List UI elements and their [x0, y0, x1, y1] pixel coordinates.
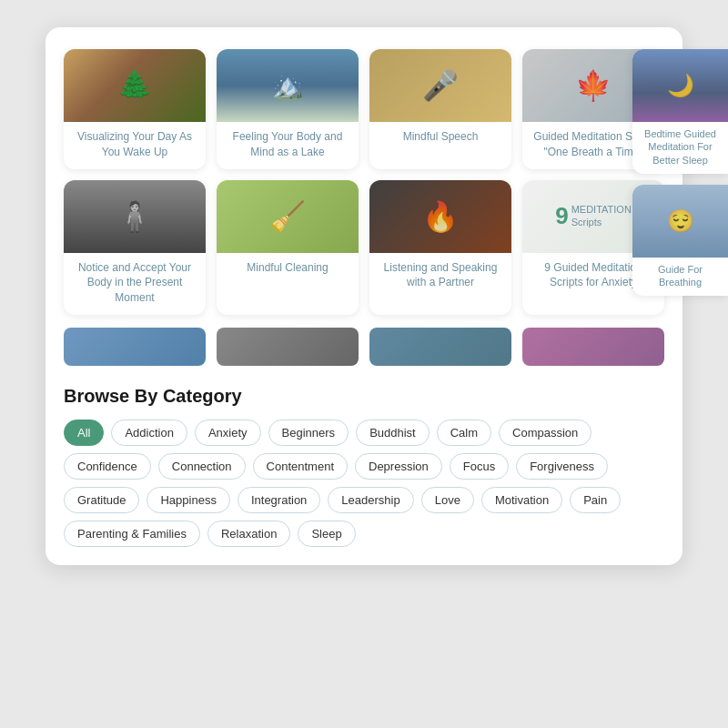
- category-tag-anxiety[interactable]: Anxiety: [195, 420, 261, 446]
- category-tag-forgiveness[interactable]: Forgiveness: [516, 453, 608, 480]
- card-thumb-mindful-cleaning: 🧹: [217, 180, 359, 253]
- category-tag-addiction[interactable]: Addiction: [111, 420, 187, 446]
- cards-row-3-partial: [64, 328, 664, 366]
- card-visualizing[interactable]: 🌲 Visualizing Your Day As You Wake Up: [64, 49, 206, 169]
- main-content-card: 🌲 Visualizing Your Day As You Wake Up 🏔️…: [46, 27, 682, 565]
- card-partial-1[interactable]: [64, 328, 206, 366]
- category-tag-focus[interactable]: Focus: [450, 453, 509, 480]
- cards-row-1: 🌲 Visualizing Your Day As You Wake Up 🏔️…: [64, 49, 664, 169]
- card-partial-4[interactable]: [522, 328, 664, 366]
- card-mindful-cleaning[interactable]: 🧹 Mindful Cleaning: [217, 180, 359, 315]
- right-thumb-breathing: 😌: [632, 185, 728, 258]
- card-partial-2[interactable]: [217, 328, 359, 366]
- category-tag-love[interactable]: Love: [421, 487, 474, 513]
- card-thumb-visualizing: 🌲: [64, 49, 206, 122]
- category-tags: AllAddictionAnxietyBeginnersBuddhistCalm…: [64, 420, 664, 547]
- card-thumb-mindful-speech: 🎤: [369, 49, 511, 122]
- category-tag-gratitude[interactable]: Gratitude: [64, 487, 139, 513]
- category-tag-pain[interactable]: Pain: [570, 487, 621, 513]
- right-card-bedtime[interactable]: 🌙 Bedtime Guided Meditation For Better S…: [632, 49, 728, 174]
- card-title-mindful-speech: Mindful Speech: [369, 122, 511, 154]
- category-tag-depression[interactable]: Depression: [355, 453, 442, 480]
- card-feeling-body[interactable]: 🏔️ Feeling Your Body and Mind as a Lake: [217, 49, 359, 169]
- right-thumb-bedtime: 🌙: [632, 49, 728, 122]
- category-tag-relaxation[interactable]: Relaxation: [207, 521, 290, 547]
- category-tag-parenting[interactable]: Parenting & Families: [64, 521, 200, 547]
- category-tag-buddhist[interactable]: Buddhist: [356, 420, 430, 446]
- category-tag-calm[interactable]: Calm: [437, 420, 491, 446]
- card-title-mindful-cleaning: Mindful Cleaning: [217, 253, 359, 285]
- browse-section: Browse By Category AllAddictionAnxietyBe…: [64, 382, 664, 547]
- category-tag-happiness[interactable]: Happiness: [147, 487, 229, 513]
- category-tag-beginners[interactable]: Beginners: [268, 420, 349, 446]
- right-partial-area: 🌙 Bedtime Guided Meditation For Better S…: [632, 27, 728, 296]
- card-listening-speaking[interactable]: 🔥 Listening and Speaking with a Partner: [369, 180, 511, 315]
- card-title-visualizing: Visualizing Your Day As You Wake Up: [64, 122, 206, 169]
- card-mindful-speech[interactable]: 🎤 Mindful Speech: [369, 49, 511, 169]
- card-title-notice-body: Notice and Accept Your Body in the Prese…: [64, 253, 206, 315]
- category-tag-confidence[interactable]: Confidence: [64, 453, 151, 480]
- category-tag-contentment[interactable]: Contentment: [253, 453, 348, 480]
- category-tag-motivation[interactable]: Motivation: [481, 487, 562, 513]
- right-title-breathing: Guide For Breathing: [632, 258, 728, 297]
- card-partial-3[interactable]: [369, 328, 511, 366]
- cards-row-2: 🧍 Notice and Accept Your Body in the Pre…: [64, 180, 664, 315]
- category-tag-integration[interactable]: Integration: [238, 487, 320, 513]
- category-tag-leadership[interactable]: Leadership: [328, 487, 413, 513]
- card-title-listening-speaking: Listening and Speaking with a Partner: [369, 253, 511, 300]
- card-title-feeling-body: Feeling Your Body and Mind as a Lake: [217, 122, 359, 169]
- category-tag-sleep[interactable]: Sleep: [298, 521, 355, 547]
- card-notice-body[interactable]: 🧍 Notice and Accept Your Body in the Pre…: [64, 180, 206, 315]
- category-tag-connection[interactable]: Connection: [158, 453, 246, 480]
- browse-title: Browse By Category: [64, 386, 664, 407]
- category-tag-compassion[interactable]: Compassion: [499, 420, 592, 446]
- category-tag-all[interactable]: All: [64, 420, 104, 446]
- card-thumb-feeling-body: 🏔️: [217, 49, 359, 122]
- card-thumb-notice-body: 🧍: [64, 180, 206, 253]
- right-title-bedtime: Bedtime Guided Meditation For Better Sle…: [632, 122, 728, 174]
- right-card-breathing[interactable]: 😌 Guide For Breathing: [632, 185, 728, 297]
- card-thumb-listening-speaking: 🔥: [369, 180, 511, 253]
